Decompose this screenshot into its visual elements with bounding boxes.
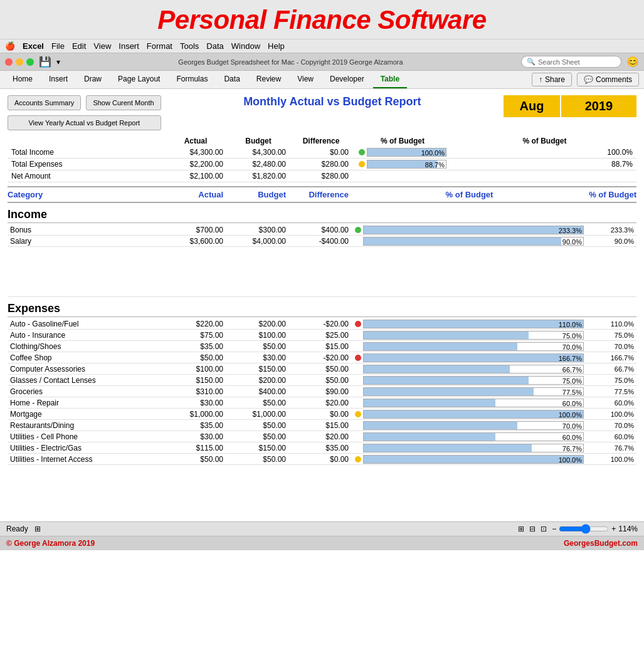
menu-window[interactable]: Window (231, 41, 260, 51)
apple-icon[interactable]: 🍎 (5, 41, 15, 51)
tab-formulas[interactable]: Formulas (169, 71, 215, 88)
tab-table[interactable]: Table (373, 71, 407, 88)
row-bar: 100.0% (352, 410, 586, 419)
row-pct2: 90.0% (586, 238, 636, 245)
bottom-blank-area (8, 465, 636, 515)
income-data-row: Bonus $700.00 $300.00 $400.00 233.3% 233… (8, 224, 636, 236)
income-data-row: Salary $3,600.00 $4,000.00 -$400.00 90.0… (8, 236, 636, 247)
expense-data-row: Auto - Gasoline/Fuel $220.00 $200.00 -$2… (8, 318, 636, 330)
summary-header-difference: Difference (290, 135, 352, 147)
page-break-icon[interactable]: ⊡ (541, 525, 547, 533)
row-budget: $50.00 (227, 432, 290, 441)
row-budget: $100.00 (227, 331, 290, 340)
income-blank-area (8, 247, 636, 297)
row-actual: $310.00 (164, 387, 227, 396)
save-icon[interactable]: 💾 (39, 56, 51, 68)
minimize-button[interactable] (16, 58, 23, 66)
zoom-out-icon[interactable]: − (552, 525, 556, 533)
menu-tools[interactable]: Tools (180, 41, 199, 51)
show-current-month-button[interactable]: Show Curent Month (86, 95, 161, 110)
row-name: Salary (8, 237, 164, 246)
row-pct2: 75.0% (586, 332, 636, 339)
menu-insert[interactable]: Insert (119, 41, 139, 51)
expense-data-row: Coffee Shop $50.00 $30.00 -$20.00 166.7%… (8, 352, 636, 363)
zoom-in-icon[interactable]: + (611, 525, 616, 533)
menu-help[interactable]: Help (268, 41, 285, 51)
view-yearly-button[interactable]: View Yearly Actual vs Budget Report (8, 115, 161, 130)
title-bar: Personal Finance Software (0, 0, 644, 39)
tab-home[interactable]: Home (5, 71, 40, 88)
summary-row: Total Expenses $2,200.00 $2,480.00 $280.… (8, 159, 636, 170)
row-name: Groceries (8, 387, 164, 396)
row-budget: $300.00 (227, 226, 290, 234)
expense-data-row: Clothing/Shoes $35.00 $50.00 $15.00 70.0… (8, 341, 636, 352)
tab-developer[interactable]: Developer (322, 71, 372, 88)
row-difference: $35.00 (290, 444, 352, 452)
tab-page-layout[interactable]: Page Layout (110, 71, 167, 88)
share-icon: ↑ (539, 75, 542, 84)
row-difference: $50.00 (290, 365, 352, 373)
close-button[interactable] (5, 58, 13, 66)
summary-row: Total Income $4,300.00 $4,300.00 $0.00 1… (8, 147, 636, 159)
menu-data[interactable]: Data (206, 41, 223, 51)
grid-view-icon[interactable]: ⊞ (518, 525, 524, 533)
row-budget: $400.00 (227, 387, 290, 396)
summary-pct2 (453, 170, 636, 182)
row-actual: $75.00 (164, 331, 227, 340)
cat-header-pct2: % of Budget (586, 190, 636, 199)
menu-view[interactable]: View (93, 41, 111, 51)
tab-review[interactable]: Review (249, 71, 288, 88)
tab-draw[interactable]: Draw (77, 71, 109, 88)
maximize-button[interactable] (26, 58, 34, 66)
share-button[interactable]: ↑ Share (532, 73, 572, 86)
row-pct2: 60.0% (586, 433, 636, 441)
row-difference: $25.00 (290, 331, 352, 340)
row-name: Clothing/Shoes (8, 342, 164, 351)
date-boxes: Aug 2019 (504, 95, 636, 117)
row-bar: 90.0% (352, 237, 586, 246)
row-pct2: 70.0% (586, 343, 636, 350)
row-bar: 77.5% (352, 387, 586, 396)
tab-data[interactable]: Data (216, 71, 247, 88)
page-view-icon[interactable]: ⊟ (529, 525, 536, 533)
expenses-section-header: Expenses (8, 300, 636, 317)
summary-bar: 88.7% (352, 159, 453, 170)
row-pct2: 66.7% (586, 365, 636, 373)
row-actual: $30.00 (164, 399, 227, 407)
row-budget: $200.00 (227, 320, 290, 328)
menu-file[interactable]: File (51, 41, 65, 51)
menu-format[interactable]: Format (147, 41, 172, 51)
row-name: Utilities - Electric/Gas (8, 444, 164, 452)
zoom-slider[interactable] (559, 524, 609, 534)
row-difference: $15.00 (290, 421, 352, 430)
ribbon-tabs: Home Insert Draw Page Layout Formulas Da… (0, 71, 644, 89)
ready-label: Ready (6, 525, 28, 533)
menu-edit[interactable]: Edit (72, 41, 86, 51)
expense-data-row: Utilities - Cell Phone $30.00 $50.00 $20… (8, 431, 636, 442)
row-actual: $1,000.00 (164, 410, 227, 419)
summary-actual: $2,100.00 (164, 170, 227, 182)
row-actual: $220.00 (164, 320, 227, 328)
accounts-summary-button[interactable]: Accounts Summary (8, 95, 81, 110)
row-budget: $50.00 (227, 455, 290, 464)
row-pct2: 77.5% (586, 388, 636, 395)
menu-excel[interactable]: Excel (23, 41, 44, 51)
row-bar: 110.0% (352, 320, 586, 328)
row-actual: $700.00 (164, 226, 227, 234)
row-difference: $20.00 (290, 399, 352, 407)
top-buttons-col: Accounts Summary Show Curent Month View … (8, 95, 161, 130)
row-budget: $30.00 (227, 353, 290, 362)
row-name: Utilities - Internet Access (8, 455, 164, 464)
user-icon[interactable]: 😊 (626, 56, 639, 68)
tab-view[interactable]: View (290, 71, 321, 88)
top-row: Accounts Summary Show Curent Month View … (8, 95, 636, 130)
row-actual: $150.00 (164, 376, 227, 385)
row-pct2: 75.0% (586, 377, 636, 384)
expense-data-row: Restaurants/Dining $35.00 $50.00 $15.00 … (8, 420, 636, 431)
mac-menu: 🍎 Excel File Edit View Insert Format Too… (0, 39, 644, 53)
tab-insert[interactable]: Insert (41, 71, 75, 88)
comments-button[interactable]: 💬 Comments (577, 73, 639, 86)
row-name: Bonus (8, 226, 164, 234)
report-title: Monthly Actual vs Budget Report (161, 95, 504, 108)
search-box[interactable]: 🔍 Search Sheet (521, 56, 621, 68)
